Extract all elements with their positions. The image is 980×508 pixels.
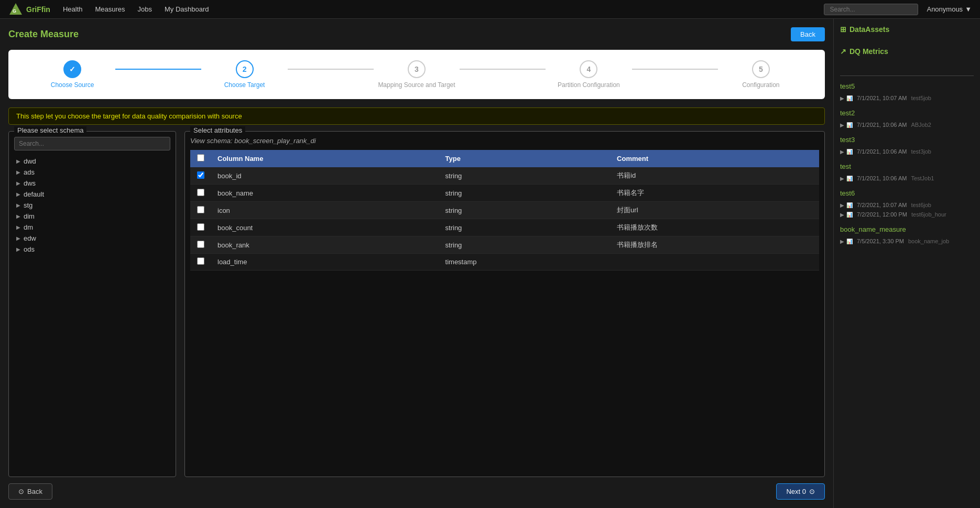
select-all-checkbox[interactable]: [197, 154, 204, 161]
back-top-button[interactable]: Back: [791, 27, 825, 41]
play-icon: ▶: [840, 149, 844, 155]
step-1-label: Choose Source: [51, 81, 94, 89]
view-schema-value: book_screen_play_rank_di: [234, 137, 315, 145]
table-row: book_rank string 书籍播放排名: [190, 236, 819, 254]
row-checkbox-cell[interactable]: [190, 236, 211, 254]
row-checkbox-cell[interactable]: [190, 254, 211, 271]
connector-4-5: [632, 69, 718, 70]
attributes-table: Column Name Type Comment book_id string …: [190, 150, 819, 271]
attributes-panel: Select attributes View schema: book_scre…: [184, 131, 825, 477]
row-type: string: [439, 202, 611, 219]
measure-time: 7/1/2021, 10:07 AM: [857, 95, 907, 101]
nav-health[interactable]: Health: [63, 5, 83, 13]
back-button[interactable]: ⊙ Back: [8, 483, 52, 500]
sidebar-data-assets: ⊞ DataAssets: [840, 25, 974, 39]
tree-item-dwd[interactable]: ▶dwd: [14, 156, 170, 167]
schema-panel-title: Please select schema: [14, 126, 86, 134]
measure-item-3-0[interactable]: ▶ 📊 7/1/2021, 10:06 AM TestJob1: [840, 174, 974, 183]
row-comment: 书籍名字: [611, 185, 819, 202]
row-checkbox-cell[interactable]: [190, 185, 211, 202]
col-type-header: Type: [439, 150, 611, 167]
nav-jobs[interactable]: Jobs: [138, 5, 152, 13]
table-row: book_count string 书籍播放次数: [190, 219, 819, 236]
logo-icon: G: [8, 2, 23, 17]
nav-dashboard[interactable]: My Dashboard: [165, 5, 209, 13]
svg-text:G: G: [13, 8, 16, 14]
tree-arrow-dws: ▶: [16, 180, 20, 186]
row-checkbox-cell[interactable]: [190, 167, 211, 185]
measure-item-2-0[interactable]: ▶ 📊 7/1/2021, 10:06 AM test3job: [840, 147, 974, 156]
tree-item-ads[interactable]: ▶ads: [14, 167, 170, 178]
tree-item-dws[interactable]: ▶dws: [14, 178, 170, 189]
data-assets-title[interactable]: ⊞ DataAssets: [840, 25, 974, 34]
measure-item-4-0[interactable]: ▶ 📊 7/2/2021, 10:07 AM test6job: [840, 200, 974, 210]
row-checkbox-3[interactable]: [197, 223, 204, 231]
row-type: string: [439, 167, 611, 185]
measure-time: 7/5/2021, 3:30 PM: [857, 238, 904, 244]
step-2: 2 Choose Target: [201, 60, 287, 89]
dq-metrics-title[interactable]: ↗ DQ Metrics: [840, 47, 974, 56]
measure-job: book_name_job: [908, 238, 949, 244]
schema-search-input[interactable]: [14, 137, 170, 150]
schema-tree: ▶dwd ▶ads ▶dws ▶default ▶stg ▶dim ▶dm ▶e…: [14, 156, 170, 471]
tree-arrow-dim: ▶: [16, 213, 20, 219]
step-4: 4 Partition Configuration: [546, 60, 631, 89]
tree-arrow-dm: ▶: [16, 224, 20, 230]
table-row: book_id string 书籍id: [190, 167, 819, 185]
table-row: load_time timestamp: [190, 254, 819, 271]
row-checkbox-4[interactable]: [197, 241, 204, 248]
attributes-panel-title: Select attributes: [190, 126, 245, 134]
tree-item-dim[interactable]: ▶dim: [14, 211, 170, 222]
measure-item-4-1[interactable]: ▶ 📊 7/2/2021, 12:00 PM test6job_hour: [840, 210, 974, 219]
nav-measures[interactable]: Measures: [95, 5, 125, 13]
play-icon: ▶: [840, 212, 844, 218]
row-checkbox-1[interactable]: [197, 189, 204, 196]
next-button[interactable]: Next 0 ⊙: [776, 483, 825, 500]
col-checkbox-header[interactable]: [190, 150, 211, 167]
tree-item-dm[interactable]: ▶dm: [14, 222, 170, 233]
step-4-label: Partition Configuration: [558, 81, 620, 89]
step-1-circle[interactable]: ✓: [63, 60, 81, 78]
play-icon: ▶: [840, 95, 844, 101]
play-icon: ▶: [840, 176, 844, 181]
play-icon: ▶: [840, 239, 844, 244]
measure-group-1: test2 ▶ 📊 7/1/2021, 10:06 AM ABJob2: [840, 109, 974, 129]
top-navigation: G GriFfin Health Measures Jobs My Dashbo…: [0, 0, 980, 19]
row-checkbox-cell[interactable]: [190, 219, 211, 236]
row-comment: 封面url: [611, 202, 819, 219]
measure-item-1-0[interactable]: ▶ 📊 7/1/2021, 10:06 AM ABJob2: [840, 120, 974, 129]
attributes-tbody: book_id string 书籍id book_name string 书籍名…: [190, 167, 819, 271]
step-2-circle[interactable]: 2: [236, 60, 254, 78]
page-header: Create Measure Back: [8, 27, 825, 41]
chart-icon: 📊: [846, 239, 853, 244]
panels-row: Please select schema ▶dwd ▶ads ▶dws ▶def…: [8, 131, 825, 477]
row-checkbox-2[interactable]: [197, 206, 204, 213]
sidebar-divider: [840, 75, 974, 76]
nav-links: Health Measures Jobs My Dashboard: [63, 5, 209, 13]
measure-group-2: test3 ▶ 📊 7/1/2021, 10:06 AM test3job: [840, 136, 974, 156]
table-row: book_name string 书籍名字: [190, 185, 819, 202]
step-3-label: Mapping Source and Target: [378, 81, 455, 89]
row-checkbox-5[interactable]: [197, 257, 204, 265]
logo-text: GriFfin: [26, 5, 50, 14]
tree-item-default[interactable]: ▶default: [14, 189, 170, 200]
measure-item-5-0[interactable]: ▶ 📊 7/5/2021, 3:30 PM book_name_job: [840, 236, 974, 246]
tree-item-stg[interactable]: ▶stg: [14, 200, 170, 211]
row-column-name: book_rank: [211, 236, 439, 254]
col-name-header: Column Name: [211, 150, 439, 167]
row-checkbox-0[interactable]: [197, 171, 204, 179]
measure-time: 7/1/2021, 10:06 AM: [857, 175, 907, 181]
measure-item-0-0[interactable]: ▶ 📊 7/1/2021, 10:07 AM test5job: [840, 93, 974, 103]
measure-job: test6job: [911, 202, 931, 208]
row-comment: [611, 254, 819, 271]
tree-item-ods[interactable]: ▶ods: [14, 244, 170, 255]
app-logo[interactable]: G GriFfin: [8, 2, 50, 17]
tree-item-edw[interactable]: ▶edw: [14, 233, 170, 244]
step-2-label: Choose Target: [224, 81, 265, 89]
nav-search-input[interactable]: [824, 4, 918, 15]
chart-icon: 📊: [846, 202, 853, 208]
connector-3-4: [460, 69, 546, 70]
row-type: string: [439, 236, 611, 254]
measure-group-title-4: test6: [840, 189, 974, 197]
row-checkbox-cell[interactable]: [190, 202, 211, 219]
